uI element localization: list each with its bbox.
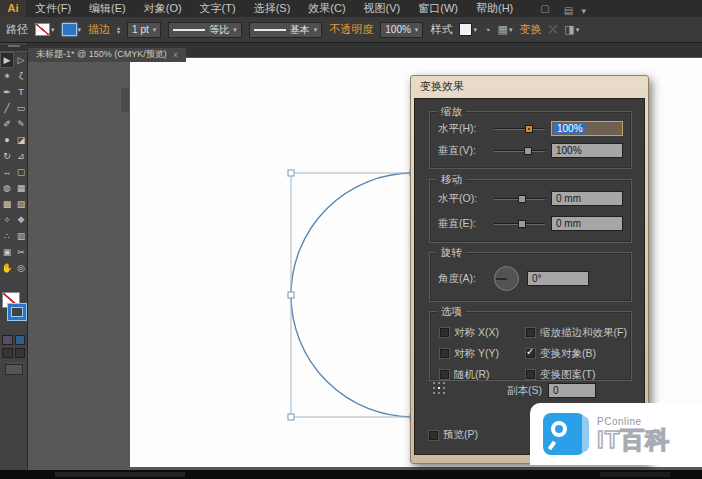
- slider-handle[interactable]: [525, 125, 533, 133]
- gradient-mode-button[interactable]: [15, 335, 26, 345]
- chevron-down-icon: ▾: [509, 26, 513, 34]
- close-icon[interactable]: ×: [173, 50, 178, 60]
- slice-tool[interactable]: ✂: [14, 244, 28, 260]
- eyedropper-tool[interactable]: ✧: [0, 212, 14, 228]
- angle-field[interactable]: 0°: [527, 271, 589, 286]
- pen-tool[interactable]: ✒: [0, 84, 14, 100]
- copies-field[interactable]: 0: [548, 383, 596, 398]
- artboard-tool[interactable]: ▣: [0, 244, 14, 260]
- perspective-grid-tool[interactable]: ▦: [14, 180, 28, 196]
- taskbar-segment: [600, 472, 670, 477]
- document-tab[interactable]: 未标题-1* @ 150% (CMYK/预览) ×: [28, 48, 186, 62]
- stroke-panel-link[interactable]: 描边: [88, 22, 110, 37]
- move-vertical-label: 垂直(E):: [438, 217, 494, 231]
- chevron-down-icon: ▾: [473, 26, 477, 34]
- opacity-value: 100%: [385, 24, 411, 35]
- menu-edit[interactable]: 编辑(E): [80, 0, 135, 17]
- width-profile-combo[interactable]: 等比 ▾: [168, 22, 242, 38]
- checkbox-label: 变换对象(B): [540, 347, 596, 361]
- rotate-tool[interactable]: ↻: [0, 148, 14, 164]
- screen-mode-button[interactable]: [5, 364, 23, 375]
- paintbrush-tool[interactable]: ✐: [0, 116, 14, 132]
- brush-line-icon: [254, 29, 286, 31]
- move-horizontal-field[interactable]: 0 mm: [551, 191, 623, 206]
- color-mode-button[interactable]: [2, 335, 13, 345]
- menu-effect[interactable]: 效果(C): [299, 0, 354, 17]
- shape-builder-tool[interactable]: ◍: [0, 180, 14, 196]
- slider-handle[interactable]: [518, 195, 526, 203]
- menu-file[interactable]: 文件(F): [26, 0, 80, 17]
- drawing-mode-button[interactable]: [15, 348, 26, 358]
- blend-tool[interactable]: ❖: [14, 212, 28, 228]
- opacity-combo[interactable]: 100% ▾: [380, 22, 423, 38]
- brush-definition-combo[interactable]: 基本 ▾: [249, 22, 323, 38]
- align-icon: ▦: [498, 23, 508, 36]
- panel-collapse-grip[interactable]: [0, 45, 28, 52]
- recolor-artwork-icon[interactable]: ◔: [484, 24, 491, 36]
- checkbox-transform-patterns[interactable]: 变换图案(T): [526, 364, 631, 385]
- menu-type[interactable]: 文字(T): [191, 0, 245, 17]
- fill-color-picker[interactable]: ▾: [35, 23, 55, 36]
- stroke-weight-stepper[interactable]: ▴▾: [117, 26, 120, 34]
- direct-selection-tool[interactable]: ▷: [14, 52, 28, 68]
- rectangle-tool[interactable]: ▭: [14, 100, 28, 116]
- move-vertical-field[interactable]: 0 mm: [551, 216, 623, 231]
- align-menu[interactable]: ▦ ▾: [498, 23, 513, 36]
- column-graph-tool[interactable]: ▥: [14, 228, 28, 244]
- stroke-proxy-active[interactable]: [8, 304, 26, 320]
- pencil-tool[interactable]: ✎: [14, 116, 28, 132]
- style-picker[interactable]: ▾: [459, 23, 477, 36]
- lasso-tool[interactable]: ζ: [14, 68, 28, 84]
- scale-horizontal-field[interactable]: 100%: [551, 121, 623, 136]
- scale-group: 缩放 水平(H): 100% 垂直(V): 100%: [429, 111, 632, 169]
- opacity-panel-link[interactable]: 不透明度: [329, 22, 373, 37]
- magic-wand-tool[interactable]: ✶: [0, 68, 14, 84]
- slider-handle[interactable]: [518, 220, 526, 228]
- type-tool[interactable]: T: [14, 84, 28, 100]
- magnifier-icon: [551, 421, 567, 437]
- menu-window[interactable]: 窗口(W): [409, 0, 467, 17]
- checkbox-random[interactable]: 随机(R): [440, 364, 526, 385]
- angle-dial[interactable]: [494, 266, 519, 291]
- eraser-tool[interactable]: ◪: [14, 132, 28, 148]
- checkbox-transform-objects[interactable]: ✓ 变换对象(B): [526, 343, 631, 364]
- stroke-color-picker[interactable]: ▾: [62, 23, 82, 36]
- blob-brush-tool[interactable]: ●: [0, 132, 14, 148]
- brush-label: 基本: [290, 23, 310, 37]
- menu-help[interactable]: 帮助(H): [467, 0, 522, 17]
- gradient-tool[interactable]: ▧: [14, 196, 28, 212]
- zoom-tool[interactable]: ◎: [14, 260, 28, 276]
- move-horizontal-slider[interactable]: [494, 194, 545, 204]
- transform-panel-link[interactable]: 变换: [519, 22, 541, 37]
- arrange-documents-icon[interactable]: ▢: [540, 3, 549, 14]
- slider-handle[interactable]: [524, 147, 532, 155]
- stroke-weight-value: 1 pt: [132, 24, 149, 35]
- menu-object[interactable]: 对象(O): [135, 0, 191, 17]
- dialog-title[interactable]: 变换效果: [411, 76, 648, 97]
- options-legend: 选项: [437, 305, 466, 319]
- menu-view[interactable]: 视图(V): [355, 0, 410, 17]
- scale-vertical-slider[interactable]: [494, 146, 545, 156]
- menu-select[interactable]: 选择(S): [245, 0, 300, 17]
- isolate-icon[interactable]: ⤫: [548, 23, 557, 36]
- scale-vertical-field[interactable]: 100%: [551, 143, 623, 158]
- symbol-sprayer-tool[interactable]: ∴: [0, 228, 14, 244]
- width-tool[interactable]: ↔: [0, 164, 14, 180]
- checkbox-label: 对称 X(X): [454, 326, 499, 340]
- preview-checkbox[interactable]: 预览(P): [429, 428, 478, 442]
- mesh-tool[interactable]: ▩: [0, 196, 14, 212]
- workspace-switcher[interactable]: ▤ ▼: [564, 0, 588, 18]
- none-mode-button[interactable]: [2, 348, 13, 358]
- stroke-weight-combo[interactable]: 1 pt ▾: [127, 22, 161, 38]
- selection-tool[interactable]: ▶: [0, 52, 14, 68]
- scale-tool[interactable]: ⊿: [14, 148, 28, 164]
- more-options-menu[interactable]: ◨ ▾: [564, 23, 579, 36]
- free-transform-tool[interactable]: ▢: [14, 164, 28, 180]
- hand-tool[interactable]: ✋: [0, 260, 14, 276]
- scale-horizontal-slider[interactable]: [494, 124, 545, 134]
- line-tool[interactable]: ╱: [0, 100, 14, 116]
- checkbox-reflect-y[interactable]: 对称 Y(Y): [440, 343, 526, 364]
- checkbox-scale-strokes[interactable]: 缩放描边和效果(F): [526, 322, 631, 343]
- move-vertical-slider[interactable]: [494, 219, 545, 229]
- checkbox-reflect-x[interactable]: 对称 X(X): [440, 322, 526, 343]
